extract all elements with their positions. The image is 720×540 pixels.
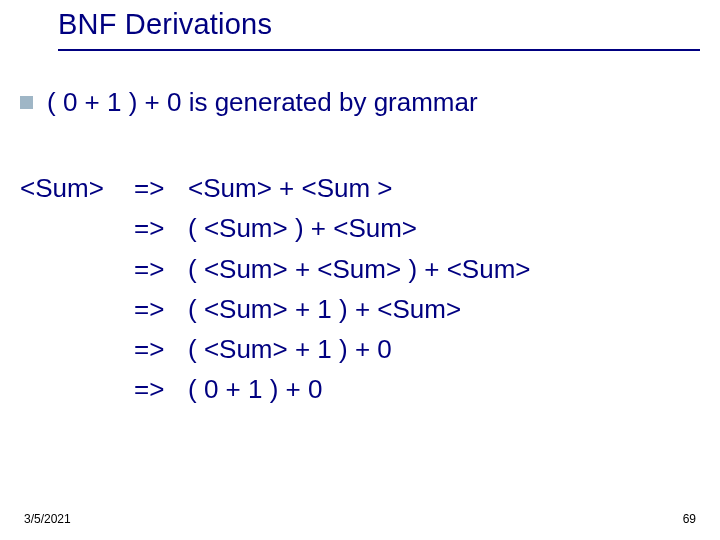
- derivation-step: => ( <Sum> + 1 ) + 0: [20, 329, 700, 369]
- derivation-arrow: =>: [134, 208, 188, 248]
- derivation-arrow: =>: [134, 249, 188, 289]
- derivation-arrow: =>: [134, 289, 188, 329]
- footer-page: 69: [683, 512, 696, 526]
- footer-date: 3/5/2021: [24, 512, 71, 526]
- derivation-rhs: ( <Sum> + <Sum> ) + <Sum>: [188, 249, 531, 289]
- derivation-arrow: =>: [134, 329, 188, 369]
- derivation-step: <Sum> => <Sum> + <Sum >: [20, 168, 700, 208]
- derivation-lhs-blank: [20, 289, 134, 329]
- derivation-arrow: =>: [134, 168, 188, 208]
- derivation-lhs-blank: [20, 329, 134, 369]
- derivation-step: => ( <Sum> ) + <Sum>: [20, 208, 700, 248]
- derivation-arrow: =>: [134, 369, 188, 409]
- derivation-step: => ( 0 + 1 ) + 0: [20, 369, 700, 409]
- derivation-rhs: <Sum> + <Sum >: [188, 168, 393, 208]
- title-bar: BNF Derivations: [58, 8, 700, 51]
- bullet-icon: [20, 96, 33, 109]
- derivation-step: => ( <Sum> + 1 ) + <Sum>: [20, 289, 700, 329]
- derivation-block: <Sum> => <Sum> + <Sum > => ( <Sum> ) + <…: [20, 168, 700, 410]
- derivation-rhs: ( <Sum> + 1 ) + 0: [188, 329, 392, 369]
- derivation-lhs-blank: [20, 369, 134, 409]
- derivation-lhs-blank: [20, 249, 134, 289]
- derivation-rhs: ( <Sum> + 1 ) + <Sum>: [188, 289, 461, 329]
- derivation-lhs: <Sum>: [20, 168, 134, 208]
- derivation-step: => ( <Sum> + <Sum> ) + <Sum>: [20, 249, 700, 289]
- bullet-text: ( 0 + 1 ) + 0 is generated by grammar: [47, 86, 478, 119]
- bullet-row: ( 0 + 1 ) + 0 is generated by grammar: [20, 86, 700, 119]
- derivation-lhs-blank: [20, 208, 134, 248]
- derivation-rhs: ( 0 + 1 ) + 0: [188, 369, 322, 409]
- slide-title: BNF Derivations: [58, 8, 700, 41]
- derivation-rhs: ( <Sum> ) + <Sum>: [188, 208, 417, 248]
- slide: BNF Derivations ( 0 + 1 ) + 0 is generat…: [0, 0, 720, 540]
